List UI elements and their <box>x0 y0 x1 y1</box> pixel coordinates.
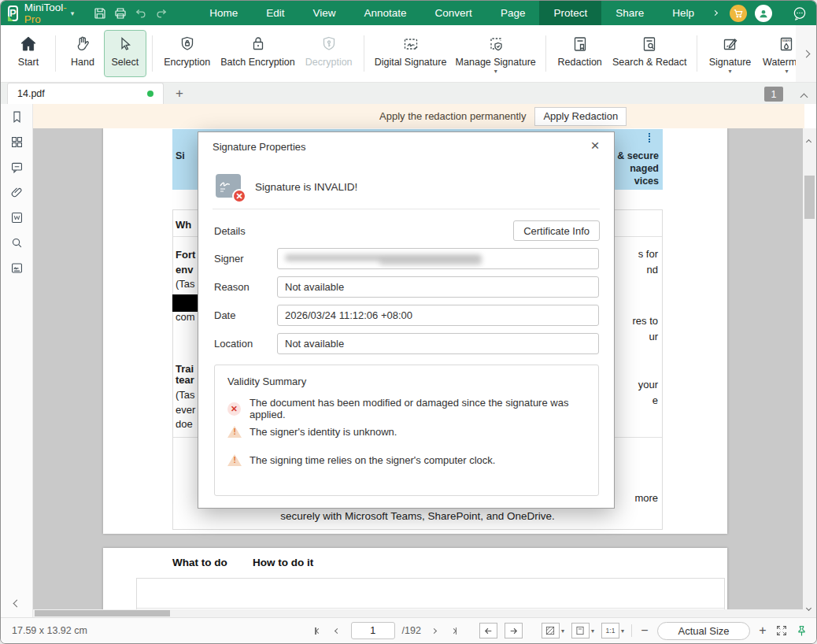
toolbar-digital-signature-button[interactable]: Digital Signature ▾ <box>371 31 450 76</box>
fullscreen-button[interactable] <box>775 624 788 637</box>
dropdown-caret-icon[interactable]: ▾ <box>728 69 731 74</box>
redo-icon[interactable] <box>154 5 168 22</box>
toolbar-redaction-button[interactable]: Redaction ▾ <box>553 31 607 76</box>
first-page-button[interactable] <box>312 624 324 638</box>
menu-annotate[interactable]: Annotate <box>350 1 421 25</box>
toolbar-item-label: Hand <box>71 57 94 68</box>
thumbnails-panel-button[interactable] <box>1 129 33 154</box>
ribbon-expand-chevron[interactable] <box>796 25 816 83</box>
print-icon[interactable] <box>113 5 128 22</box>
comments-panel-button[interactable] <box>1 154 33 180</box>
horizontal-scrollbar[interactable] <box>33 609 803 617</box>
dropdown-caret-icon[interactable]: ▾ <box>785 69 788 74</box>
menu-page[interactable]: Page <box>486 1 540 25</box>
pdf-page-2: What to do How to do it <box>103 548 727 617</box>
date-field-value: 2026/03/24 11:12:06 +08:00 <box>277 305 599 326</box>
statusbar-divider <box>631 624 632 637</box>
search-panel-button[interactable] <box>1 230 33 255</box>
apply-redaction-button[interactable]: Apply Redaction <box>534 107 627 126</box>
collapse-banner-chevron[interactable] <box>801 89 807 103</box>
sidebar-collapse-chevron[interactable] <box>1 601 33 606</box>
new-tab-button[interactable]: + <box>169 83 190 104</box>
feedback-chat-icon[interactable] <box>789 5 810 22</box>
toolbar-hand-button[interactable]: Hand ▾ <box>62 31 103 76</box>
app-name: MiniTool-Pro <box>24 2 67 25</box>
ribbon-divider <box>152 35 153 72</box>
menu-view[interactable]: View <box>299 1 350 25</box>
pdf-small-icon <box>649 133 656 142</box>
hand-icon <box>73 35 92 54</box>
reason-field-label: Reason <box>214 281 250 293</box>
toolbar-item-label: Digital Signature <box>375 57 447 68</box>
toolbar-select-button[interactable]: Select ▾ <box>105 31 146 76</box>
toolbar-item-label: Decryption <box>305 57 353 68</box>
pdf-text-fragment: ever <box>176 404 195 416</box>
vertical-scrollbar[interactable] <box>803 128 816 617</box>
pin-toolbar-button[interactable] <box>795 624 808 638</box>
menu-convert[interactable]: Convert <box>421 1 486 25</box>
menu-share[interactable]: Share <box>601 1 658 25</box>
menu-protect[interactable]: Protect <box>539 1 601 25</box>
signature-card-icon: ✕ <box>216 174 241 198</box>
minimize-button[interactable]: — <box>813 1 817 25</box>
dialog-close-button[interactable]: × <box>586 137 604 154</box>
signature-properties-dialog: Signature Properties × ✕ Signature is IN… <box>198 131 615 509</box>
toolbar-search-redact-button[interactable]: Search & Redact ▾ <box>608 31 690 76</box>
app-menu-caret-icon[interactable]: ▾ <box>71 9 75 17</box>
save-icon[interactable] <box>93 5 107 22</box>
zoom-in-button[interactable]: + <box>757 624 768 638</box>
pdf-text-fragment: & secure naged vices <box>617 150 659 187</box>
page-size-label: 17.59 x 13.92 cm <box>12 625 87 636</box>
validity-item-text: The document has been modified or damage… <box>250 397 589 420</box>
signatures-panel-button[interactable] <box>1 255 33 280</box>
signature-status-text: Signature is INVALID! <box>255 181 357 193</box>
menu-overflow-chevron-icon[interactable] <box>708 1 722 25</box>
zoom-out-button[interactable]: − <box>639 624 650 638</box>
scroll-up-arrow[interactable] <box>807 133 811 147</box>
next-page-button[interactable] <box>428 624 441 638</box>
signer-field-label: Signer <box>214 253 244 265</box>
pdf-text-fragment: (Tas <box>176 389 195 401</box>
menu-help[interactable]: Help <box>658 1 708 25</box>
redaction-banner-message: Apply the redaction permanently <box>379 110 526 122</box>
page-number-input[interactable]: 1 <box>351 622 395 639</box>
scroll-down-arrow[interactable] <box>807 599 811 613</box>
toolbar-encryption-button[interactable]: Encryption ▾ <box>159 31 216 76</box>
bookmarks-panel-button[interactable] <box>1 104 33 129</box>
vertical-scrollbar-thumb[interactable] <box>804 176 815 219</box>
home-icon <box>19 35 38 54</box>
menu-edit[interactable]: Edit <box>252 1 298 25</box>
toolbar-batch-encryption-button[interactable]: Batch Encryption ▾ <box>217 31 299 76</box>
svg-text:MARK: MARK <box>782 39 792 43</box>
error-circle-icon: ✕ <box>227 402 241 416</box>
attachments-panel-button[interactable] <box>1 180 33 205</box>
user-avatar[interactable] <box>755 5 772 22</box>
page-layout-dropdown[interactable]: ▾ <box>571 623 594 638</box>
ribbon-divider <box>697 35 697 72</box>
menu-home[interactable]: Home <box>195 1 252 25</box>
zoom-level-select[interactable]: Actual Size <box>657 622 750 640</box>
view-back-button[interactable] <box>479 623 497 638</box>
undo-icon[interactable] <box>134 5 148 22</box>
previous-page-button[interactable] <box>331 624 344 638</box>
pdf-text-fragment: res to <box>632 315 658 327</box>
watermark-icon: MARK <box>777 35 796 54</box>
tab-14pdf[interactable]: 14.pdf <box>7 83 164 104</box>
validity-summary-box: Validity Summary ✕ The document has been… <box>214 365 599 496</box>
redaction-count-badge[interactable]: 1 <box>764 87 783 102</box>
select-cursor-icon <box>116 35 135 54</box>
view-forward-button[interactable] <box>505 623 523 638</box>
cart-icon[interactable] <box>730 5 747 22</box>
titlebar-right-cluster: — □ × <box>722 1 817 25</box>
word-panel-button[interactable] <box>1 205 33 230</box>
background-mode-dropdown[interactable]: ▾ <box>542 623 564 638</box>
last-page-button[interactable] <box>448 624 460 638</box>
dropdown-caret-icon[interactable]: ▾ <box>494 69 497 74</box>
toolbar-start-button[interactable]: Start ▾ <box>8 31 49 76</box>
certificate-info-button[interactable]: Certificate Info <box>513 220 600 241</box>
toolbar-manage-signature-button[interactable]: Manage Signature ▾ <box>452 31 539 76</box>
zoom-ratio-dropdown[interactable]: 1:1▾ <box>601 623 624 638</box>
horizontal-scrollbar-thumb[interactable] <box>35 610 170 616</box>
comment-icon <box>9 160 24 175</box>
toolbar-signature-button[interactable]: Signature ▾ <box>704 31 756 76</box>
